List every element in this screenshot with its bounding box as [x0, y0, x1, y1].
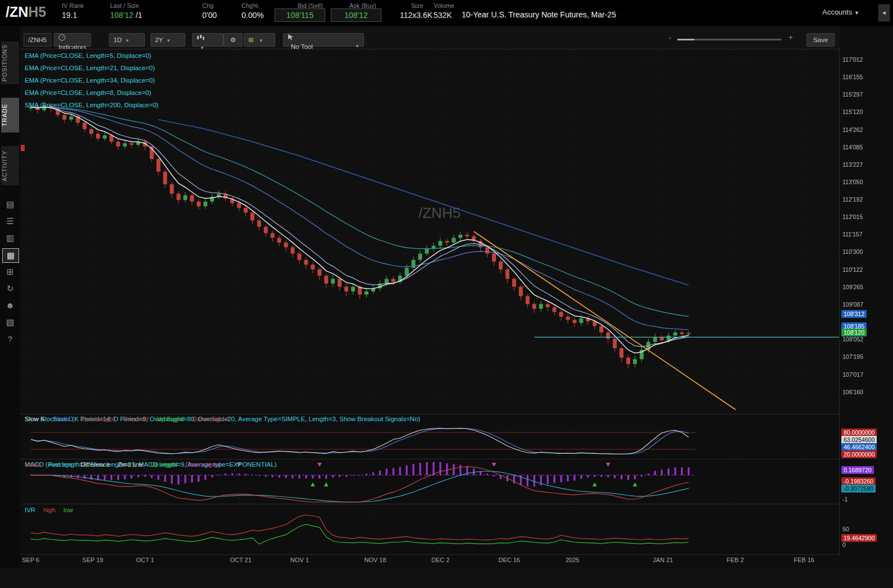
watchlist-icon[interactable]: ☰: [2, 215, 18, 228]
candle-body: [317, 270, 321, 276]
chg-pct-label: Chg%: [242, 2, 264, 9]
orders-icon[interactable]: ▥: [2, 231, 18, 245]
save-button[interactable]: Save: [807, 33, 835, 47]
candle-body: [465, 235, 469, 236]
indicators-button[interactable]: Indicators: [54, 33, 91, 47]
ivr-axis-tick: 0: [842, 541, 846, 548]
chart-type-dropdown[interactable]: ▼: [192, 33, 224, 47]
candle-body: [418, 254, 422, 260]
macd-histogram-bar: [90, 475, 92, 480]
candle-body: [499, 262, 503, 270]
chevron-down-icon: ▼: [854, 10, 859, 16]
ivr-panel[interactable]: [20, 504, 839, 554]
macd-histogram-bar: [681, 467, 683, 475]
candle-body: [572, 320, 576, 323]
drawing-tool-dropdown[interactable]: No Tool ▼: [283, 33, 364, 47]
bid-button[interactable]: 108'115: [275, 8, 325, 22]
macd-histogram-bar: [446, 463, 448, 475]
last-size-label: Last / Size: [110, 2, 142, 9]
macd-histogram-bar: [184, 475, 186, 484]
timeframe-dropdown[interactable]: 1D▼: [109, 33, 145, 47]
layout-dropdown[interactable]: ⊞ ▼: [244, 33, 275, 47]
accounts-dropdown[interactable]: Accounts ▼: [822, 8, 859, 16]
ask-button[interactable]: 108'12: [331, 8, 381, 22]
stoch-legend-item-3: Oversold: [122, 416, 148, 422]
macd-histogram-bar: [527, 475, 528, 486]
footer-strip: [0, 568, 893, 588]
time-label: JAN 21: [653, 557, 673, 563]
stoch-badge: 80.0000000: [841, 429, 877, 436]
zoom-in-button[interactable]: +: [789, 33, 793, 42]
stochastic-legend: Slow KSlow DOverboughtOversoldUp SignalD…: [25, 416, 229, 422]
macd-histogram-bar: [279, 475, 280, 477]
candle-body: [277, 238, 281, 242]
candle-body: [606, 332, 610, 339]
price-tick: 117'012: [842, 56, 863, 63]
price-tick: 113'050: [842, 179, 863, 185]
collapse-panel-button[interactable]: ◄: [878, 4, 890, 21]
macd-legend-item-5: Down signal: [185, 461, 221, 468]
macd-histogram-bar: [198, 475, 199, 482]
candle-body: [458, 235, 462, 238]
macd-histogram-bar: [164, 475, 166, 482]
macd-legend-item-2: Difference: [80, 461, 110, 468]
up-signal-arrow: [633, 482, 637, 486]
divider: [20, 414, 839, 414]
chart-settings-button[interactable]: ⚙: [224, 33, 243, 47]
sidebar-tab-activity[interactable]: ACTIVITY: [1, 146, 19, 185]
price-chart-legend: EMA (Price=CLOSE, Length=5, Displace=0)E…: [25, 49, 158, 111]
macd-histogram-bar: [204, 475, 206, 480]
range-dropdown[interactable]: 2Y▼: [151, 33, 185, 47]
calendar-icon[interactable]: ▧: [2, 316, 18, 329]
macd-header: MACD (Fast length=8, Slow length=21, MAC…: [25, 461, 277, 468]
macd-histogram-bar: [668, 468, 669, 475]
field-size: Size 112x3.6K: [400, 2, 432, 20]
time-axis[interactable]: SEP 6SEP 19OCT 1OCT 21NOV 1NOV 18DEC 2DE…: [20, 555, 839, 567]
toolbar-symbol[interactable]: /ZNH5: [24, 33, 51, 47]
macd-histogram-bar: [272, 475, 274, 477]
candle-body: [405, 268, 409, 276]
candle-body: [116, 142, 120, 146]
price-tick: 111'157: [842, 231, 862, 238]
macd-histogram-bar: [298, 475, 300, 478]
iv-rank-label: IV Rank: [62, 2, 84, 9]
price-tick: 106'160: [842, 389, 863, 395]
ivr-high-line: [31, 515, 689, 540]
help-icon[interactable]: ?: [2, 332, 18, 346]
grid-icon[interactable]: ⊞: [2, 265, 18, 279]
price-badge: 108'312: [841, 310, 867, 318]
candle-body: [492, 254, 496, 262]
zoom-out-button[interactable]: -: [669, 33, 671, 42]
legend-line-3: EMA (Price=CLOSE, Length=8, Displace=0): [25, 86, 158, 99]
candle-body: [291, 247, 295, 253]
alert-marker: [21, 145, 25, 151]
zoom-slider[interactable]: [677, 39, 781, 40]
sidebar-tab-trade[interactable]: TRADE: [1, 98, 19, 133]
sidebar-tab-positions[interactable]: POSITIONS: [1, 42, 19, 84]
ivr-canvas[interactable]: [20, 504, 839, 554]
history-icon[interactable]: ↻: [2, 282, 18, 295]
field-chg: Chg 0'00: [202, 2, 217, 20]
price-tick: 108'052: [842, 336, 863, 343]
clients-icon[interactable]: ☻: [2, 299, 18, 312]
zoom-slider-handle[interactable]: [677, 39, 694, 40]
price-tick: 110'122: [842, 266, 863, 273]
macd-histogram-bar: [594, 475, 595, 477]
price-tick: 116'155: [842, 74, 863, 80]
time-label: 2025: [566, 557, 579, 563]
news-icon[interactable]: ▤: [2, 198, 18, 211]
candle-body: [257, 221, 261, 227]
candle-body: [264, 227, 268, 233]
candle-body: [452, 238, 455, 242]
price-axis[interactable]: 117'012116'155115'297115'120114'262114'0…: [840, 26, 893, 567]
chart-icon[interactable]: ▦: [2, 248, 19, 263]
up-signal-arrow: [311, 482, 315, 486]
candle-body: [271, 233, 275, 238]
candle-body: [546, 304, 550, 307]
candle-body: [660, 337, 664, 340]
stochastic-header: Slow Stochastic (K Period=14, D Period=9…: [25, 416, 420, 422]
field-volume: Volume 532K: [434, 2, 454, 20]
macd-histogram-bar: [600, 475, 602, 477]
macd-histogram-bar: [554, 475, 555, 483]
macd-histogram-bar: [648, 473, 649, 475]
